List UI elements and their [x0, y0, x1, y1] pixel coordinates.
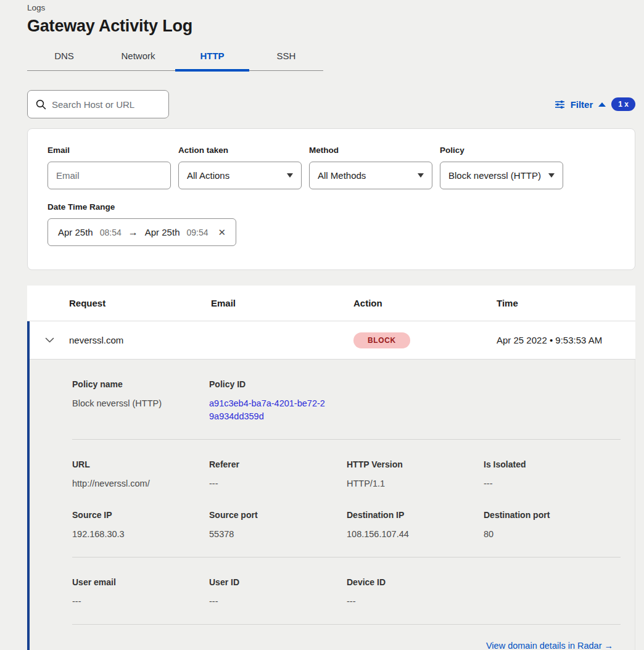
detail-label: User ID	[209, 577, 347, 587]
clear-date-range-icon[interactable]: ✕	[218, 227, 226, 238]
detail-label: Policy ID	[209, 379, 347, 389]
tab-bar: DNS Network HTTP SSH	[27, 51, 323, 71]
detail-label: Policy name	[72, 379, 209, 389]
filter-controls: Filter 1 x	[555, 97, 635, 111]
request-cell: neverssl.com	[69, 335, 211, 345]
collapse-row-button[interactable]	[30, 337, 69, 343]
detail-item: Source port 55378	[209, 510, 347, 541]
detail-label: Destination IP	[347, 510, 484, 520]
http-detail-section: URL http://neverssl.com/ Referer --- HTT…	[72, 439, 621, 557]
time-cell: Apr 25 2022 • 9:53:53 AM	[497, 335, 635, 345]
toolbar: Filter 1 x	[27, 90, 635, 118]
detail-label: Is Isolated	[484, 459, 621, 469]
caret-up-icon[interactable]	[598, 102, 606, 107]
detail-label: Source port	[209, 510, 347, 520]
detail-label: Source IP	[72, 510, 209, 520]
filter-field-policy: Policy Block neverssl (HTTP)	[440, 146, 563, 189]
detail-label: User email	[72, 577, 209, 587]
date-range-picker[interactable]: Apr 25th 08:54 → Apr 25th 09:54 ✕	[47, 218, 236, 246]
search-input[interactable]	[52, 99, 160, 110]
selected-value: Block neverssl (HTTP)	[448, 170, 541, 181]
email-field[interactable]	[47, 162, 171, 189]
chevron-down-icon	[45, 337, 54, 343]
row-details-panel: Policy name Block neverssl (HTTP) Policy…	[30, 360, 635, 650]
filter-count-badge[interactable]: 1 x	[611, 97, 635, 111]
activity-table: Request Email Action Time neverssl.com B…	[27, 286, 635, 650]
page-title: Gateway Activity Log	[27, 17, 635, 36]
col-request: Request	[69, 298, 211, 308]
tab-ssh[interactable]: SSH	[249, 51, 323, 70]
user-detail-section: User email --- User ID --- Device ID ---	[72, 557, 621, 624]
policy-name-value: Block neverssl (HTTP)	[72, 397, 209, 410]
detail-item: URL http://neverssl.com/	[72, 459, 209, 490]
start-time: 08:54	[100, 228, 122, 237]
arrow-right-icon: →	[128, 227, 138, 238]
selected-value: All Actions	[187, 170, 229, 181]
field-label: Method	[309, 146, 432, 155]
detail-item: Destination port 80	[484, 510, 621, 541]
field-label: Policy	[440, 146, 563, 155]
filter-toggle[interactable]: Filter	[571, 99, 593, 110]
table-header-row: Request Email Action Time	[27, 286, 635, 321]
search-icon	[36, 99, 46, 110]
chevron-down-icon	[287, 173, 293, 178]
view-radar-link[interactable]: View domain details in Radar →	[486, 641, 613, 650]
end-date: Apr 25th	[145, 227, 180, 237]
field-label: Action taken	[178, 146, 302, 155]
filter-fields-row: Email Action taken All Actions Method Al…	[47, 146, 615, 189]
detail-value: ---	[347, 595, 484, 608]
filter-field-method: Method All Methods	[309, 146, 432, 189]
policy-section: Policy name Block neverssl (HTTP) Policy…	[72, 360, 621, 439]
radar-link-row: View domain details in Radar →	[72, 624, 621, 650]
field-label: Email	[47, 146, 171, 155]
filter-field-daterange: Date Time Range Apr 25th 08:54 → Apr 25t…	[47, 202, 615, 246]
detail-item: User email ---	[72, 577, 209, 608]
detail-value: 55378	[209, 528, 347, 541]
detail-item: Policy ID a91c3eb4-ba7a-4201-be72-29a934…	[209, 379, 347, 423]
detail-item: Source IP 192.168.30.3	[72, 510, 209, 541]
detail-value: ---	[72, 595, 209, 608]
filter-panel: Email Action taken All Actions Method Al…	[27, 128, 635, 270]
expanded-row-group: neverssl.com BLOCK Apr 25 2022 • 9:53:53…	[27, 321, 635, 650]
selected-value: All Methods	[318, 170, 366, 181]
filter-field-email: Email	[47, 146, 171, 189]
status-badge: BLOCK	[353, 332, 410, 348]
detail-item: Destination IP 108.156.107.44	[347, 510, 484, 541]
gateway-activity-page: Logs Gateway Activity Log DNS Network HT…	[0, 0, 644, 650]
action-taken-select[interactable]: All Actions	[178, 162, 302, 189]
table-row[interactable]: neverssl.com BLOCK Apr 25 2022 • 9:53:53…	[30, 321, 635, 360]
breadcrumb[interactable]: Logs	[27, 3, 635, 12]
col-email: Email	[211, 298, 353, 308]
action-cell: BLOCK	[353, 332, 497, 348]
detail-label: Destination port	[484, 510, 621, 520]
tab-http[interactable]: HTTP	[175, 51, 249, 70]
detail-value: ---	[209, 595, 347, 608]
email-input[interactable]	[56, 170, 162, 181]
detail-item: User ID ---	[209, 577, 347, 608]
detail-value: HTTP/1.1	[347, 477, 484, 490]
tab-dns[interactable]: DNS	[27, 51, 101, 70]
detail-label: URL	[72, 459, 209, 469]
detail-value: 80	[484, 528, 621, 541]
detail-item: Is Isolated ---	[484, 459, 621, 490]
policy-select[interactable]: Block neverssl (HTTP)	[440, 162, 563, 189]
detail-item: Referer ---	[209, 459, 347, 490]
detail-label: HTTP Version	[347, 459, 484, 469]
method-select[interactable]: All Methods	[309, 162, 432, 189]
detail-item: Policy name Block neverssl (HTTP)	[72, 379, 209, 423]
end-time: 09:54	[186, 228, 208, 237]
search-box[interactable]	[27, 90, 169, 118]
start-date: Apr 25th	[58, 227, 93, 237]
filter-sliders-icon	[555, 100, 565, 109]
detail-value: http://neverssl.com/	[72, 477, 209, 490]
policy-id-link[interactable]: a91c3eb4-ba7a-4201-be72-29a934dd359d	[209, 397, 329, 423]
detail-item: Device ID ---	[347, 577, 484, 608]
detail-item: HTTP Version HTTP/1.1	[347, 459, 484, 490]
detail-value: ---	[209, 477, 347, 490]
detail-value: 192.168.30.3	[72, 528, 209, 541]
chevron-down-icon	[548, 173, 555, 178]
chevron-down-icon	[418, 173, 424, 178]
tab-network[interactable]: Network	[101, 51, 175, 70]
filter-field-action: Action taken All Actions	[178, 146, 302, 189]
detail-value: ---	[484, 477, 621, 490]
